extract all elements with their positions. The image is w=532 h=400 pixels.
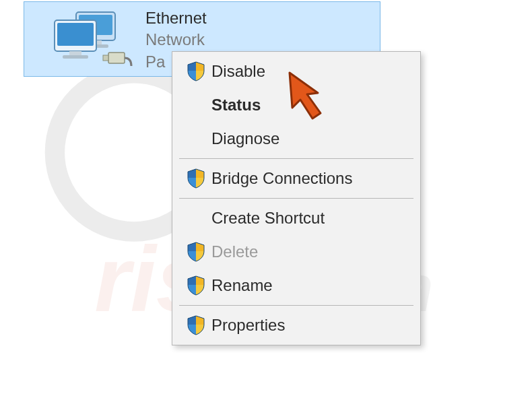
- shield-icon: [180, 242, 211, 262]
- menu-item-delete: Delete: [174, 235, 419, 269]
- svg-rect-13: [103, 55, 108, 61]
- context-menu: Disable Status Diagnose Bridge Connectio…: [172, 51, 421, 345]
- shield-icon: [180, 61, 211, 81]
- svg-rect-10: [69, 51, 81, 55]
- menu-item-label: Properties: [211, 316, 285, 335]
- adapter-network-label: Network: [145, 29, 207, 51]
- adapter-name: Ethernet: [145, 7, 207, 29]
- svg-rect-12: [108, 53, 125, 63]
- menu-item-properties[interactable]: Properties: [174, 308, 419, 342]
- menu-item-disable[interactable]: Disable: [174, 55, 419, 88]
- shield-icon: [180, 275, 211, 296]
- menu-item-label: Diagnose: [211, 129, 279, 148]
- svg-rect-11: [63, 55, 88, 59]
- menu-item-create-shortcut[interactable]: Create Shortcut: [174, 201, 419, 235]
- menu-item-rename[interactable]: Rename: [174, 269, 419, 302]
- ethernet-adapter-icon: [31, 6, 145, 73]
- menu-item-label: Bridge Connections: [211, 169, 352, 188]
- menu-separator: [179, 305, 413, 306]
- menu-item-label: Delete: [211, 242, 258, 261]
- svg-rect-9: [57, 23, 94, 46]
- menu-item-label: Status: [211, 96, 261, 114]
- menu-item-label: Rename: [211, 276, 273, 295]
- menu-item-bridge-connections[interactable]: Bridge Connections: [174, 162, 419, 195]
- menu-item-diagnose[interactable]: Diagnose: [174, 122, 419, 156]
- menu-item-status[interactable]: Status: [174, 88, 419, 122]
- menu-item-label: Create Shortcut: [211, 209, 325, 228]
- menu-separator: [179, 158, 413, 159]
- shield-icon: [180, 315, 211, 335]
- menu-separator: [179, 198, 413, 199]
- shield-icon: [180, 168, 211, 189]
- menu-item-label: Disable: [211, 62, 265, 81]
